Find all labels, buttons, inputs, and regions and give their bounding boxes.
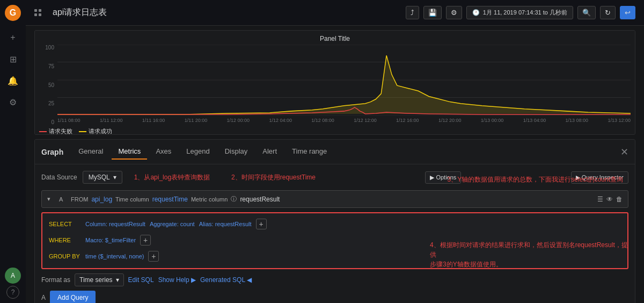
top-bar: api请求日志表 ⤴ 💾 ⚙ 🕐 1月 11, 2019 07:14:31 to…: [26, 0, 644, 26]
generated-sql-button[interactable]: Generated SQL ◀: [200, 276, 252, 284]
datasource-label: Data Source: [41, 174, 77, 181]
svg-text:G: G: [10, 8, 16, 17]
app-logo[interactable]: G: [4, 4, 21, 21]
eye-icon[interactable]: 👁: [606, 196, 613, 203]
chart-panel: Panel Title 100 75 50 25 0: [34, 30, 635, 135]
sidebar-help-icon[interactable]: ?: [6, 286, 19, 299]
add-query-section-label: A: [41, 294, 46, 301]
y-label-100: 100: [45, 45, 54, 50]
tab-axes[interactable]: Axes: [149, 144, 178, 160]
where-value[interactable]: Macro: $_timeFilter: [85, 237, 136, 243]
time-range-value: 1月 11, 2019 07:14:31 to 几秒前: [483, 9, 567, 17]
metric-column-label: Metric column: [191, 196, 228, 203]
query-actions: ☰ 👁 🗑: [597, 196, 623, 203]
share-button[interactable]: ⤴: [406, 6, 419, 19]
select-column[interactable]: Column: requestResult: [85, 221, 145, 227]
select-row: SELECT Column: requestResult Aggregate: …: [46, 217, 624, 232]
sidebar-add-icon[interactable]: +: [3, 28, 23, 47]
y-label-75: 75: [48, 63, 54, 69]
add-group-button[interactable]: +: [148, 251, 159, 262]
tab-timerange[interactable]: Time range: [286, 144, 333, 160]
add-select-button[interactable]: +: [256, 219, 267, 229]
save-button[interactable]: 💾: [423, 6, 442, 19]
legend-color-success: [79, 131, 86, 132]
show-help-button[interactable]: Show Help ▶: [158, 276, 196, 284]
zoom-button[interactable]: 🔍: [577, 6, 596, 19]
datasource-select[interactable]: MySQL ▾: [83, 171, 122, 184]
group-keyword: GROUP BY: [49, 253, 81, 259]
main-content: api请求日志表 ⤴ 💾 ⚙ 🕐 1月 11, 2019 07:14:31 to…: [26, 0, 644, 303]
add-query-row: A Add Query: [41, 291, 628, 303]
app-menu-icon[interactable]: [34, 9, 42, 17]
chevron-down-icon-format: ▾: [116, 276, 119, 284]
settings-button[interactable]: ⚙: [446, 6, 462, 19]
sidebar: G + ⊞ 🔔 ⚙ A ?: [0, 0, 26, 303]
query-fields: FROM api_log Time column requestTime Met…: [71, 195, 593, 203]
time-column-label: Time column: [115, 196, 149, 203]
format-select[interactable]: Time series ▾: [75, 273, 124, 286]
where-keyword: WHERE: [49, 237, 81, 243]
legend-color-fail: [39, 131, 47, 132]
format-row: Format as Time series ▾ Edit SQL Show He…: [41, 273, 628, 286]
metric-column-value[interactable]: requestResult: [240, 196, 280, 203]
query-row-a: ▾ A FROM api_log Time column requestTime…: [41, 190, 628, 208]
format-value: Time series: [79, 276, 113, 284]
chart-legend: 请求失败 请求成功: [39, 127, 631, 135]
sidebar-gear-icon[interactable]: ⚙: [3, 92, 23, 112]
add-where-button[interactable]: +: [140, 235, 151, 246]
chevron-down-icon: ▾: [113, 174, 116, 181]
annotation-4: 4、根据时间对请求的结果进行求和，然后设置别名requestResult，提供步…: [430, 240, 628, 269]
content-area: Panel Title 100 75 50 25 0: [26, 26, 644, 303]
y-axis: 100 75 50 25 0: [39, 45, 56, 125]
list-icon[interactable]: ☰: [597, 196, 603, 203]
y-label-25: 25: [48, 100, 54, 106]
edit-sql-button[interactable]: Edit SQL: [128, 276, 154, 284]
clock-icon: 🕐: [472, 9, 480, 16]
trash-icon[interactable]: 🗑: [616, 196, 623, 203]
page-title: api请求日志表: [53, 7, 107, 18]
close-editor-button[interactable]: ✕: [620, 146, 628, 158]
time-range-picker[interactable]: 🕐 1月 11, 2019 07:14:31 to 几秒前: [466, 6, 573, 19]
avatar[interactable]: A: [5, 268, 21, 284]
editor-header: Graph General Metrics Axes Legend Displa…: [35, 140, 635, 164]
editor-body: Data Source MySQL ▾ 1、从api_log表钟查询数据 2、时…: [35, 164, 635, 303]
tab-alert[interactable]: Alert: [256, 144, 283, 160]
topbar-actions: ⤴ 💾 ⚙ 🕐 1月 11, 2019 07:14:31 to 几秒前 🔍 ↻ …: [406, 6, 635, 19]
legend-label-success: 请求成功: [89, 127, 112, 135]
x-axis: 1/11 08:00 1/11 12:00 1/11 16:00 1/11 20…: [57, 116, 631, 125]
add-query-button[interactable]: Add Query: [50, 291, 96, 303]
query-toggle-icon[interactable]: ▾: [47, 196, 55, 203]
legend-label-fail: 请求失败: [49, 127, 72, 135]
query-outer: 3、Y轴的数据值用请求的总数，下面我进行select的count查询 ▾ A F…: [41, 190, 628, 269]
group-value[interactable]: time ($_interval, none): [85, 253, 144, 259]
datasource-value: MySQL: [89, 174, 110, 181]
legend-item-fail: 请求失败: [39, 127, 72, 135]
select-alias[interactable]: Alias: requestResult: [199, 221, 252, 227]
sidebar-grid-icon[interactable]: ⊞: [3, 49, 23, 69]
select-keyword: SELECT: [49, 221, 81, 227]
back-button[interactable]: ↩: [620, 6, 635, 19]
tab-general[interactable]: General: [72, 144, 109, 160]
tab-legend[interactable]: Legend: [180, 144, 216, 160]
time-column-value[interactable]: requestTime: [152, 196, 188, 203]
chart-svg-area: [57, 45, 631, 116]
tab-metrics[interactable]: Metrics: [112, 144, 147, 160]
annotation-2: 2、时间字段使用requestTime: [231, 173, 316, 182]
tab-display[interactable]: Display: [218, 144, 254, 160]
refresh-button[interactable]: ↻: [600, 6, 616, 19]
from-value[interactable]: api_log: [91, 196, 112, 203]
from-label: FROM: [71, 196, 88, 203]
info-icon: ⓘ: [231, 195, 237, 203]
query-label-a: A: [59, 196, 67, 203]
panel-editor: Graph General Metrics Axes Legend Displa…: [34, 139, 635, 303]
chart-area: 100 75 50 25 0: [39, 45, 631, 125]
format-as-label: Format as: [41, 276, 70, 284]
annotation-1: 1、从api_log表钟查询数据: [134, 173, 210, 182]
y-label-0: 0: [51, 119, 54, 125]
select-aggregate[interactable]: Aggregate: count: [150, 221, 195, 227]
panel-title: Panel Title: [39, 35, 631, 42]
annotation-3: 3、Y轴的数据值用请求的总数，下面我进行select的count查询: [448, 175, 623, 184]
y-label-50: 50: [48, 82, 54, 88]
sidebar-bell-icon[interactable]: 🔔: [3, 71, 23, 90]
legend-item-success: 请求成功: [79, 127, 112, 135]
